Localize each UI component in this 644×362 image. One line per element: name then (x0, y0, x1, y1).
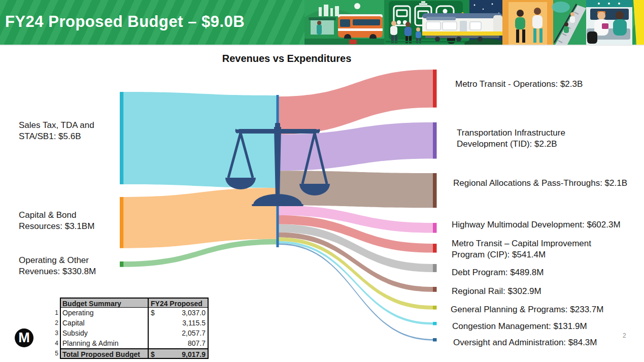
table-header-fy24-proposed: FY24 Proposed (148, 298, 209, 308)
row-value: 807.7 (148, 338, 209, 348)
table-row-operating: 1 Operating $3,037.0 (50, 308, 209, 318)
target-flow-5 (279, 224, 433, 272)
target-label-metro-transit-operations: Metro Transit - Operations: $2.3B (455, 79, 644, 90)
row-number: 4 (50, 338, 60, 348)
table-row-subsidy: 3 Subsidy 2,057.7 (50, 328, 209, 338)
target-node-1 (433, 122, 437, 159)
target-flow-8 (279, 241, 433, 324)
target-node-0 (433, 70, 437, 108)
target-flow-3 (279, 206, 433, 233)
row-number: 1 (50, 308, 60, 318)
train-doorway-scene-illustration (502, 0, 553, 45)
target-node-8 (433, 322, 437, 325)
target-node-4 (433, 244, 437, 253)
target-node-2 (433, 173, 437, 208)
target-label-highway-multimodal: Highway Multimodal Development: $602.3M (452, 219, 644, 231)
source-label-capital-bond: Capital & Bond Resources: $3.1BM (19, 210, 113, 232)
target-flow-1 (279, 122, 433, 171)
table-row-planning-admin: 4 Planning & Admin 807.7 (50, 338, 209, 348)
train-interior-scene-illustration (586, 0, 632, 45)
metro-rail-train-illustration (422, 13, 502, 42)
slide: FY24 Proposed Budget – $9.0B (0, 0, 644, 362)
source-flow-2 (124, 239, 277, 267)
revenue-nodes (120, 92, 124, 267)
escalator-scene-illustration (552, 0, 586, 45)
bus-stop-scene-illustration (304, 0, 384, 45)
row-number: 5 (50, 348, 60, 359)
table-row-total: 5 Total Proposed Budget $9,017.9 (50, 348, 209, 359)
target-node-3 (433, 223, 437, 233)
total-label: Total Proposed Budget (60, 348, 148, 359)
target-label-tid: Transportation Infrastructure Developmen… (457, 127, 595, 150)
row-number: 3 (50, 328, 60, 338)
target-label-debt-program: Debt Program: $489.8M (452, 267, 644, 278)
row-label: Subsidy (60, 328, 148, 338)
target-flow-2 (279, 171, 433, 208)
center-divider-line (277, 95, 279, 247)
target-node-6 (433, 287, 437, 292)
row-value: $3,037.0 (148, 308, 209, 318)
source-node-1 (120, 197, 124, 248)
row-label: Capital (60, 318, 148, 328)
target-flow-9 (279, 243, 433, 340)
table-row-capital: 2 Capital 3,115.5 (50, 318, 209, 328)
target-label-metro-transit-cip: Metro Transit – Capital Improvement Prog… (452, 238, 615, 260)
source-flow-0 (124, 92, 277, 188)
source-node-0 (120, 92, 124, 184)
page-number: 2 (623, 332, 626, 339)
target-label-regional-allocations: Regional Allocations & Pass-Throughs: $2… (453, 178, 630, 189)
target-flow-7 (279, 237, 433, 309)
metro-logo: M (15, 328, 33, 347)
source-label-sales-tax: Sales Tax, TDA and STA/SB1: $5.6B (19, 120, 113, 142)
target-label-regional-rail: Regional Rail: $302.9M (452, 286, 644, 297)
target-label-general-planning: General Planning & Programs: $233.7M (451, 304, 643, 315)
slide-title: FY24 Proposed Budget – $9.0B (5, 13, 245, 31)
yellow-accent-stripe (633, 0, 644, 45)
table-header-budget-summary: Budget Summary (60, 298, 148, 308)
header-illustration (304, 0, 644, 45)
chart-title: Revenues vs Expenditures (122, 53, 452, 64)
row-number: 2 (50, 318, 60, 328)
header-banner: FY24 Proposed Budget – $9.0B (0, 0, 644, 46)
row-label: Operating (60, 308, 148, 318)
target-flow-4 (279, 215, 433, 253)
target-node-7 (433, 306, 437, 310)
row-number-spacer (50, 298, 60, 308)
target-flow-6 (279, 233, 433, 292)
target-label-oversight-administration: Oversight and Administration: $84.3M (453, 337, 644, 348)
budget-summary-table: Budget Summary FY24 Proposed 1 Operating… (50, 298, 209, 359)
target-node-5 (433, 264, 437, 272)
source-label-operating-other: Operating & Other Revenues: $330.8M (19, 255, 123, 277)
revenue-flows (124, 92, 277, 267)
row-value: 2,057.7 (148, 328, 209, 338)
row-label: Planning & Admin (60, 338, 148, 348)
target-node-9 (433, 338, 437, 342)
source-flow-1 (124, 188, 277, 248)
balance-scale-icon (225, 123, 330, 206)
expenditure-flows (279, 70, 433, 341)
total-value: $9,017.9 (148, 348, 209, 359)
target-flow-0 (279, 70, 433, 135)
table-header-row: Budget Summary FY24 Proposed (50, 298, 209, 308)
expenditure-nodes (433, 70, 437, 342)
row-value: 3,115.5 (148, 318, 209, 328)
target-label-congestion-management: Congestion Management: $131.9M (452, 321, 644, 332)
